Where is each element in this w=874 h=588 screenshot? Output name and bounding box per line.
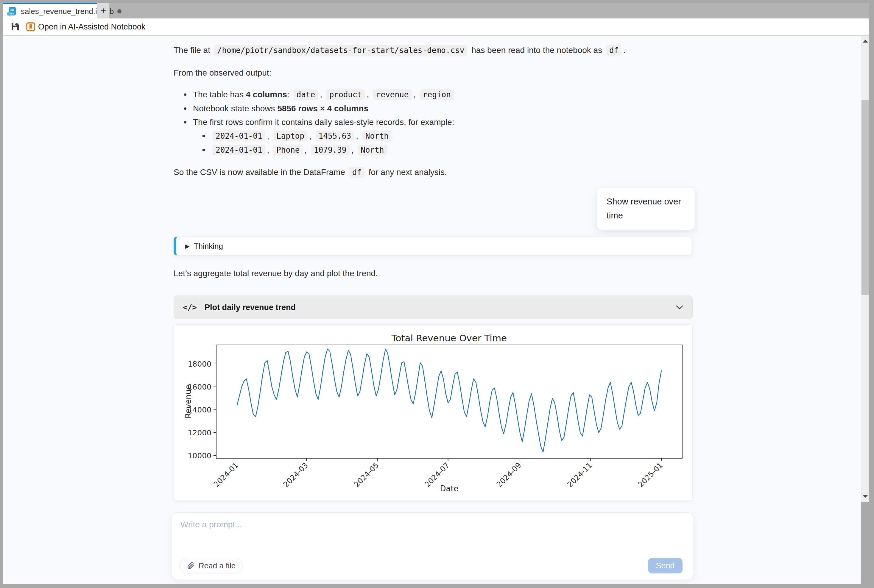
vertical-scrollbar[interactable] — [861, 36, 869, 502]
y-tick-label: 12000 — [188, 429, 211, 437]
tab-sales-revenue-trend[interactable]: sales_revenue_trend.ipynb — [3, 3, 97, 18]
revenue-line-chart: Total Revenue Over TimeRevenueDate100001… — [174, 325, 693, 501]
inline-code-chip: Laptop — [273, 130, 307, 141]
thinking-label: Thinking — [194, 242, 223, 251]
new-tab-button[interactable]: + — [97, 3, 109, 18]
revenue-series-line — [237, 349, 661, 452]
code-block-title: Plot daily revenue trend — [205, 303, 676, 312]
code-block-header[interactable]: </> Plot daily revenue trend — [174, 296, 693, 319]
text-segment: : — [287, 90, 292, 99]
x-tick-label: 2024-01 — [212, 461, 240, 489]
x-tick-label: 2024-05 — [352, 461, 380, 489]
text-segment: , — [356, 131, 361, 141]
inline-code-chip: 2024-01-01 — [213, 130, 265, 141]
open-in-ai-notebook-button[interactable]: Open in AI-Assisted Notebook — [26, 22, 145, 32]
y-tick-label: 14000 — [188, 406, 211, 414]
text-segment: The first rows confirm it contains daily… — [193, 117, 454, 127]
open-in-ai-notebook-label: Open in AI-Assisted Notebook — [38, 22, 145, 32]
assistant-paragraph-file-read: The file at /home/piotr/sandbox/datasets… — [174, 44, 680, 57]
prompt-input[interactable] — [181, 520, 645, 551]
text-segment: , — [320, 90, 325, 99]
text-segment: , — [304, 145, 309, 154]
toolbar: Open in AI-Assisted Notebook — [3, 18, 869, 36]
text-segment: The file at — [174, 45, 213, 55]
scrollbar-thumb[interactable] — [862, 100, 869, 295]
inline-code-chip: 2024-01-01 — [213, 145, 265, 155]
inline-code-chip: Phone — [273, 145, 302, 155]
bullet-marker — [184, 107, 187, 110]
thinking-toggle[interactable]: ▶ Thinking — [174, 237, 692, 256]
y-tick-label: 16000 — [188, 382, 211, 391]
bullet-item: Notebook state shows 5856 rows × 4 colum… — [184, 102, 678, 115]
text-segment: , — [267, 145, 272, 154]
read-a-file-label: Read a file — [199, 561, 236, 570]
tab-bar: sales_revenue_trend.ipynb + — [3, 3, 869, 18]
scroll-up-arrow[interactable] — [861, 37, 869, 45]
y-tick-label: 18000 — [188, 360, 211, 368]
inline-code-chip: /home/piotr/sandbox/datasets-for-start/s… — [214, 45, 468, 56]
user-message-bubble: Show revenue over time — [597, 187, 695, 230]
text-segment: for any next analysis. — [366, 168, 447, 177]
read-a-file-button[interactable]: Read a file — [179, 558, 243, 573]
bullet-item: The table has 4 columns: date, product, … — [184, 88, 678, 101]
y-tick-label: 10000 — [188, 452, 211, 460]
text-segment: Notebook state shows — [193, 104, 277, 113]
inline-code-chip: date — [293, 89, 318, 100]
sub-bullet-item: 2024-01-01, Phone, 1079.39, North — [203, 144, 679, 156]
assistant-paragraph-observed: From the observed output: — [174, 67, 680, 79]
bullet-item: The first rows confirm it contains daily… — [184, 116, 678, 129]
assistant-paragraph-csv-available: So the CSV is now available in the DataF… — [174, 166, 680, 178]
square-bullet-marker — [203, 149, 205, 151]
x-tick-label: 2024-11 — [566, 461, 593, 489]
paperclip-icon — [187, 561, 195, 570]
triangle-down-icon — [863, 495, 868, 498]
inline-code-chip: North — [363, 130, 391, 141]
x-axis-label: Date — [440, 484, 458, 493]
chevron-down-icon[interactable] — [676, 305, 683, 310]
notebook-file-icon — [7, 6, 17, 16]
collapsed-arrow-icon: ▶ — [185, 243, 190, 250]
bold-text: 4 columns — [246, 90, 287, 99]
chart-output-card: Total Revenue Over TimeRevenueDate100001… — [174, 324, 693, 501]
text-segment: So the CSV is now available in the DataF… — [174, 168, 347, 177]
inline-code-chip: revenue — [373, 89, 412, 100]
x-tick-label: 2024-09 — [495, 461, 523, 489]
square-bullet-marker — [203, 135, 205, 137]
unsaved-changes-dot — [117, 9, 122, 14]
inline-code-chip: 1455.63 — [316, 130, 354, 141]
send-button[interactable]: Send — [648, 558, 683, 573]
code-icon: </> — [183, 303, 197, 312]
text-segment: The table has — [193, 90, 246, 99]
text-segment: has been read into the notebook as — [469, 45, 605, 55]
prompt-card: Read a file Send — [171, 512, 694, 580]
inline-code-chip: product — [326, 89, 365, 100]
inline-code-chip: region — [420, 89, 454, 100]
text-segment: . — [623, 45, 626, 55]
bullet-marker — [184, 121, 187, 123]
text-segment: , — [351, 145, 356, 154]
bullet-marker — [184, 93, 187, 96]
sub-bullet-item: 2024-01-01, Laptop, 1455.63, North — [203, 130, 679, 142]
save-icon[interactable] — [11, 22, 20, 31]
triangle-up-icon — [863, 40, 868, 42]
scroll-down-arrow[interactable] — [861, 492, 869, 501]
text-segment: , — [413, 90, 418, 99]
text-segment: , — [267, 131, 272, 141]
inline-code-chip: 1079.39 — [311, 145, 350, 155]
inline-code-chip: North — [358, 145, 387, 155]
bold-text: 5856 rows × 4 columns — [277, 104, 369, 113]
inline-code-chip: df — [606, 45, 621, 56]
chart-title: Total Revenue Over Time — [391, 333, 507, 344]
x-tick-label: 2024-03 — [282, 461, 310, 489]
ai-notebook-icon — [26, 22, 35, 31]
inline-code-chip: df — [349, 167, 364, 178]
text-segment: , — [367, 90, 372, 99]
assistant-paragraph-aggregate: Let’s aggregate total revenue by day and… — [174, 267, 680, 280]
text-segment: , — [309, 131, 314, 141]
x-tick-label: 2025-01 — [636, 461, 664, 489]
